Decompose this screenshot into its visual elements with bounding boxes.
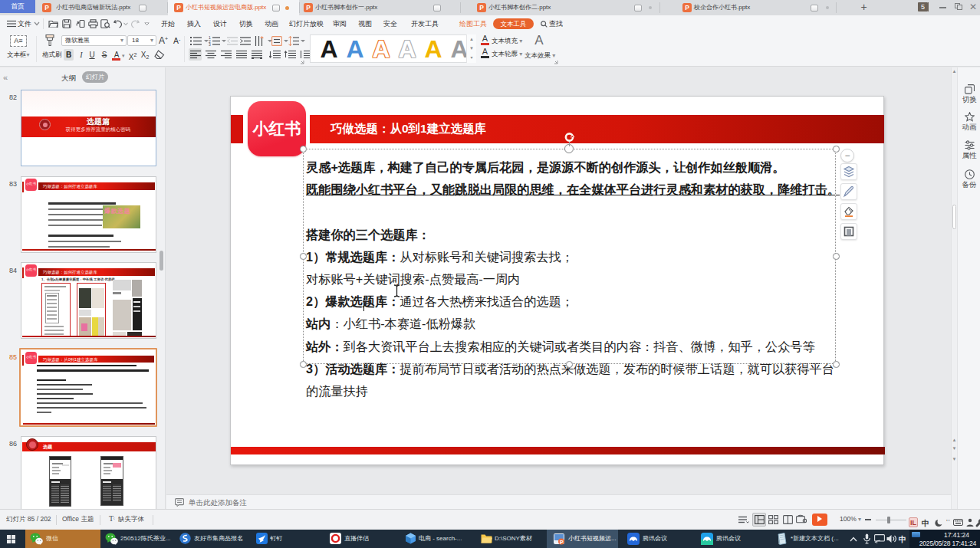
svg-text:3: 3 xyxy=(209,42,211,46)
svg-text:P: P xyxy=(560,540,564,545)
